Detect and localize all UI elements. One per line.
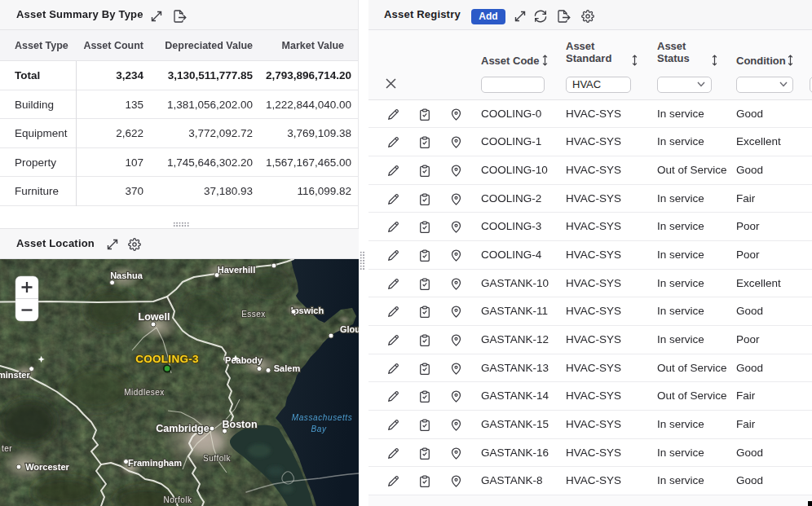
svg-text:Norfolk: Norfolk	[163, 495, 192, 504]
svg-text:Salem: Salem	[274, 363, 301, 373]
svg-text:Peabody: Peabody	[225, 355, 263, 365]
svg-text:Lowell: Lowell	[139, 311, 170, 323]
svg-text:Middlesex: Middlesex	[124, 388, 165, 397]
svg-text:Haverhill: Haverhill	[218, 265, 255, 275]
svg-text:ter: ter	[2, 444, 12, 453]
svg-text:Framingham: Framingham	[128, 458, 182, 468]
svg-text:Glouces: Glouces	[340, 324, 359, 334]
svg-text:Nashua: Nashua	[110, 271, 143, 280]
svg-text:COOLING-3: COOLING-3	[135, 353, 199, 365]
svg-text:Worcester: Worcester	[25, 462, 69, 472]
svg-text:Cambridge: Cambridge	[156, 423, 209, 434]
svg-text:minster: minster	[0, 370, 30, 380]
svg-text:Massachusetts: Massachusetts	[292, 413, 353, 422]
svg-text:Bay: Bay	[311, 425, 326, 433]
svg-text:Boston: Boston	[222, 419, 257, 430]
svg-text:Suffolk: Suffolk	[203, 454, 231, 463]
svg-text:Essex: Essex	[241, 310, 266, 319]
